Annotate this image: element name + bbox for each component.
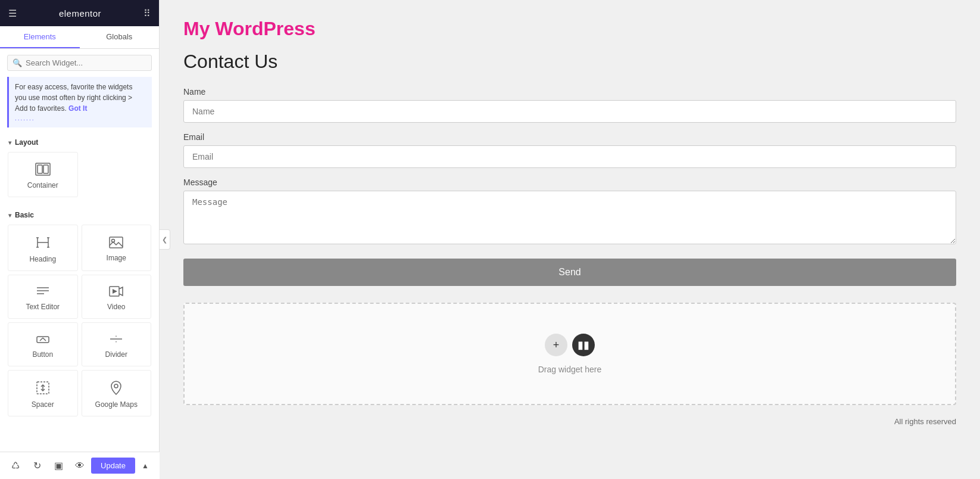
button-label: Button [32, 350, 53, 359]
text-editor-icon [35, 285, 51, 298]
add-widget-button[interactable]: + [545, 334, 567, 356]
tab-globals[interactable]: Globals [80, 26, 160, 48]
name-input[interactable] [183, 100, 956, 123]
search-box: 🔍 [7, 55, 152, 71]
widget-google-maps[interactable]: Google Maps [82, 370, 152, 416]
svg-rect-2 [43, 165, 48, 173]
basic-section-label: ▾ Basic [0, 205, 159, 223]
spacer-icon [35, 380, 51, 396]
sidebar-header: ☰ elementor ⠿ [0, 0, 159, 26]
layers-icon[interactable]: ♺ [6, 456, 25, 475]
preview-icon[interactable]: 👁 [70, 456, 89, 475]
drop-zone-buttons: + ▮▮ [545, 334, 595, 356]
site-title: My WordPress [183, 18, 956, 40]
svg-rect-17 [37, 337, 49, 343]
search-input[interactable] [26, 58, 146, 67]
hamburger-icon[interactable]: ☰ [8, 8, 17, 19]
name-group: Name [183, 87, 956, 123]
message-textarea[interactable] [183, 191, 956, 244]
sidebar-collapse-handle[interactable]: ❮ [160, 229, 170, 250]
contact-form: Name Email Message Send [183, 87, 956, 286]
container-label: Container [27, 181, 58, 189]
divider-label: Divider [105, 350, 127, 359]
layout-widgets-grid: Container [0, 150, 159, 205]
navigator-icon[interactable]: ▣ [49, 456, 68, 475]
footer-text: All rights reserved [183, 417, 956, 426]
video-icon [108, 285, 124, 298]
layout-label: Layout [15, 138, 38, 147]
bottom-bar-icons: ♺ ↻ ▣ 👁 [6, 456, 89, 475]
layout-section-label: ▾ Layout [0, 132, 159, 150]
chevron-down-icon2: ▾ [8, 212, 11, 219]
button-icon [35, 332, 51, 346]
svg-marker-21 [116, 335, 117, 337]
widget-divider[interactable]: Divider [82, 322, 152, 366]
bottom-bar: ♺ ↻ ▣ 👁 Update ▲ [0, 452, 160, 479]
widget-image[interactable]: Image [82, 225, 152, 271]
basic-label: Basic [15, 211, 34, 219]
image-label: Image [107, 254, 126, 262]
update-button[interactable]: Update [91, 458, 135, 474]
hint-dots: ....... [15, 114, 146, 123]
svg-point-25 [114, 384, 118, 388]
drop-label: Drag widget here [538, 365, 602, 374]
widget-spacer[interactable]: Spacer [8, 370, 78, 416]
svg-line-19 [43, 338, 46, 341]
got-it-link[interactable]: Got It [68, 104, 87, 113]
image-icon [108, 236, 124, 249]
svg-marker-16 [113, 289, 117, 294]
main-content: My WordPress Contact Us Name Email Messa… [160, 0, 980, 479]
drop-zone: + ▮▮ Drag widget here [183, 303, 956, 405]
page-title: Contact Us [183, 51, 956, 73]
text-editor-label: Text Editor [26, 303, 60, 311]
chevron-down-icon: ▾ [8, 139, 11, 146]
heading-icon [35, 235, 51, 250]
message-label: Message [183, 178, 956, 187]
spacer-label: Spacer [32, 400, 54, 409]
sidebar: ☰ elementor ⠿ Elements Globals 🔍 For eas… [0, 0, 160, 479]
elementor-logo: elementor [59, 8, 101, 18]
email-group: Email [183, 132, 956, 168]
divider-icon [108, 332, 124, 346]
collapse-icon[interactable]: ▲ [137, 458, 154, 474]
grid-icon[interactable]: ⠿ [143, 8, 151, 19]
video-label: Video [107, 303, 125, 311]
widgets-area: ▾ Layout Container ▾ Basic [0, 132, 159, 479]
hint-box: For easy access, favorite the widgets yo… [7, 77, 152, 127]
widget-video[interactable]: Video [82, 275, 152, 319]
widget-heading[interactable]: Heading [8, 225, 78, 271]
sidebar-tabs: Elements Globals [0, 26, 159, 49]
history-icon[interactable]: ↻ [27, 456, 46, 475]
google-maps-label: Google Maps [95, 400, 138, 409]
container-icon [35, 162, 51, 176]
svg-rect-1 [38, 165, 42, 173]
google-maps-icon [110, 380, 123, 396]
search-area: 🔍 [0, 49, 159, 77]
widget-button[interactable]: Button [8, 322, 78, 366]
template-button[interactable]: ▮▮ [572, 334, 595, 356]
svg-rect-10 [110, 237, 123, 248]
search-icon: 🔍 [13, 58, 22, 67]
widget-text-editor[interactable]: Text Editor [8, 275, 78, 319]
name-label: Name [183, 87, 956, 97]
basic-widgets-grid: Heading Image [0, 223, 159, 424]
message-group: Message [183, 178, 956, 247]
tab-elements[interactable]: Elements [0, 26, 80, 48]
svg-marker-22 [116, 341, 117, 343]
svg-line-18 [40, 338, 43, 341]
widget-container[interactable]: Container [8, 152, 78, 197]
email-label: Email [183, 132, 956, 142]
submit-button[interactable]: Send [183, 259, 956, 286]
heading-label: Heading [29, 255, 56, 263]
email-input[interactable] [183, 145, 956, 168]
